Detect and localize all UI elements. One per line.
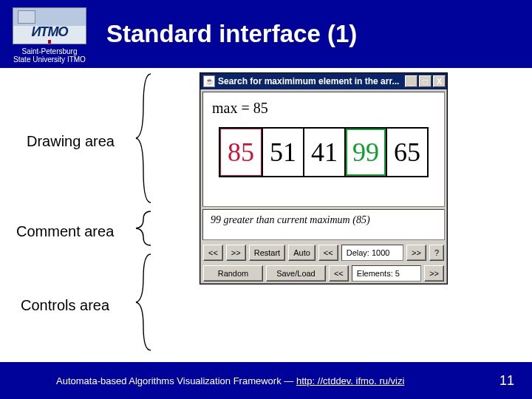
delay-increase-button[interactable]: >> xyxy=(406,245,426,261)
comment-panel: 99 greater than current maximum (85) xyxy=(202,209,445,240)
label-controls-area: Controls area xyxy=(21,297,109,314)
window-title: Search for maximimum element in the arr.… xyxy=(218,76,405,86)
elements-field[interactable]: Elements: 5 xyxy=(352,265,421,282)
drawing-canvas: max = 85 85 51 41 99 65 xyxy=(202,92,445,207)
slide: ИТМО Saint-Petersburg State University I… xyxy=(0,0,532,399)
footer-prefix: Automata-based Algorithms Visualization … xyxy=(56,375,296,386)
close-button[interactable]: X xyxy=(433,75,446,87)
array-cell: 51 xyxy=(262,129,303,176)
window-titlebar: ☕ Search for maximimum element in the ar… xyxy=(200,73,447,89)
header-bar: ИТМО Saint-Petersburg State University I… xyxy=(0,0,532,68)
array-cell: 65 xyxy=(386,129,427,176)
slide-title: Standard interface (1) xyxy=(106,20,357,48)
logo-subline xyxy=(48,40,52,44)
controls-row-2: Random Save/Load << Elements: 5 >> xyxy=(200,263,447,284)
auto-button[interactable]: Auto xyxy=(288,245,316,261)
maximize-button[interactable]: □ xyxy=(419,75,432,87)
app-window: ☕ Search for maximimum element in the ar… xyxy=(200,72,448,284)
controls-row-1: << >> Restart Auto << Delay: 1000 >> ? xyxy=(200,242,447,263)
next-button[interactable]: >> xyxy=(226,245,246,261)
logo-acronym: ИТМО xyxy=(31,25,67,40)
brace-icon xyxy=(134,210,155,247)
footer-link[interactable]: http: //ctddev. ifmo. ru/vizi xyxy=(296,375,404,386)
array-cell: 41 xyxy=(303,129,344,176)
org-line2: State University ITMO xyxy=(13,55,86,64)
help-button[interactable]: ? xyxy=(429,245,444,261)
elements-decrease-button[interactable]: << xyxy=(329,265,349,282)
java-cup-icon: ☕ xyxy=(203,75,215,87)
first-button[interactable]: << xyxy=(203,245,223,261)
org-name: Saint-Petersburg State University ITMO xyxy=(13,47,86,64)
logo-building-icon xyxy=(18,10,35,24)
array-boxes: 85 51 41 99 65 xyxy=(219,127,429,177)
random-button[interactable]: Random xyxy=(203,265,263,282)
page-number: 11 xyxy=(499,373,514,389)
logo-block: ИТМО Saint-Petersburg State University I… xyxy=(0,4,96,64)
minimize-button[interactable]: _ xyxy=(405,75,417,87)
delay-field[interactable]: Delay: 1000 xyxy=(341,245,403,261)
footer-bar: Automata-based Algorithms Visualization … xyxy=(0,362,532,399)
logo-image: ИТМО xyxy=(13,7,86,44)
org-line1: Saint-Petersburg xyxy=(21,47,77,55)
brace-icon xyxy=(134,72,155,204)
save-load-button[interactable]: Save/Load xyxy=(266,265,326,282)
label-comment-area: Comment area xyxy=(16,223,114,240)
label-drawing-area: Drawing area xyxy=(27,133,115,150)
footer-text: Automata-based Algorithms Visualization … xyxy=(56,375,404,386)
window-buttons: _ □ X xyxy=(405,75,446,87)
brace-icon xyxy=(134,253,155,352)
restart-button[interactable]: Restart xyxy=(249,245,285,261)
array-cell: 85 xyxy=(220,129,262,176)
slide-body: Drawing area Comment area Controls area … xyxy=(0,68,532,362)
max-value-text: max = 85 xyxy=(212,100,437,117)
elements-increase-button[interactable]: >> xyxy=(424,265,444,282)
array-cell: 99 xyxy=(344,129,386,176)
delay-decrease-button[interactable]: << xyxy=(318,245,338,261)
